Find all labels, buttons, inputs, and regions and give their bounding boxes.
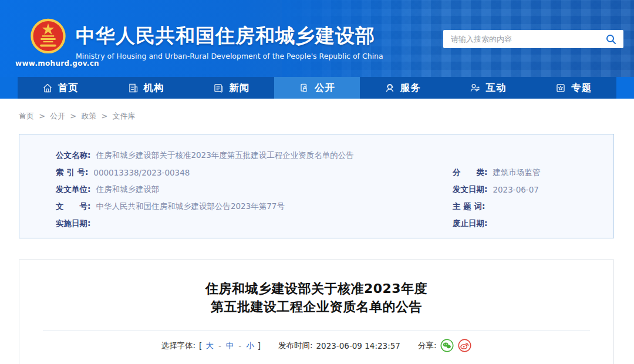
publish-time: 发布时间: 2023-06-09 14:23:57 xyxy=(278,341,400,351)
breadcrumb-policy[interactable]: 政策 xyxy=(81,112,96,120)
search-box xyxy=(443,30,623,48)
meta-label-index-number: 索 引 号: xyxy=(56,167,88,178)
meta-label-doc-name: 公文名称: xyxy=(56,150,90,161)
site-url: www.mohurd.gov.cn xyxy=(15,59,92,68)
article-title: 住房和城乡建设部关于核准2023年度 第五批建设工程企业资质名单的公告 xyxy=(19,279,613,316)
nav-item-home[interactable]: 首页 xyxy=(18,77,103,99)
interaction-icon xyxy=(470,83,480,93)
service-icon xyxy=(385,83,395,93)
meta-value-category: 建筑市场监管 xyxy=(493,167,540,178)
document-meta-box: 公文名称: 住房和城乡建设部关于核准2023年度第五批建设工程企业资质名单的公告… xyxy=(19,134,614,238)
nav-item-label: 互动 xyxy=(485,82,506,95)
weibo-icon xyxy=(458,339,471,352)
nav-item-disclosure[interactable]: 公开 xyxy=(274,77,360,99)
site-subtitle: Ministry of Housing and Urban-Rural Deve… xyxy=(76,52,383,60)
site-header: www.mohurd.gov.cn 中华人民共和国住房和城乡建设部 Minist… xyxy=(0,0,634,77)
share-label: 分享: xyxy=(418,341,437,351)
meta-label-repeal-date: 废止日期: xyxy=(453,218,487,229)
breadcrumb-separator: > xyxy=(39,112,45,120)
meta-label-issuing-unit: 发文单位: xyxy=(56,184,90,195)
title-divider xyxy=(43,331,590,331)
nav-item-organization[interactable]: 机构 xyxy=(103,77,189,99)
breadcrumb-home[interactable]: 首页 xyxy=(19,112,34,120)
article-meta-row: 选择字体: [ 大 - 中 - 小 ] 发布时间: 2023-06-09 14:… xyxy=(19,339,613,352)
nav-item-news[interactable]: 新闻 xyxy=(188,77,274,99)
home-icon xyxy=(42,83,53,93)
nav-item-label: 机构 xyxy=(144,82,164,95)
nav-item-interaction[interactable]: 互动 xyxy=(446,77,531,99)
breadcrumb-separator: > xyxy=(102,112,108,120)
meta-label-implement-date: 实施日期: xyxy=(56,218,90,229)
nav-item-label: 新闻 xyxy=(229,82,249,95)
breadcrumb-separator: > xyxy=(70,112,76,120)
disclosure-icon xyxy=(299,83,309,93)
search-input[interactable] xyxy=(443,35,599,43)
nav-item-service[interactable]: 服务 xyxy=(360,77,446,99)
publish-time-label: 发布时间: xyxy=(278,341,313,351)
font-size-large-button[interactable]: 大 xyxy=(205,341,214,351)
font-size-selector: 选择字体: [ 大 - 中 - 小 ] xyxy=(161,341,261,351)
article-box: 住房和城乡建设部关于核准2023年度 第五批建设工程企业资质名单的公告 选择字体… xyxy=(19,259,614,364)
meta-value-doc-number: 中华人民共和国住房和城乡建设部公告2023年第77号 xyxy=(96,201,285,212)
share-weibo-button[interactable] xyxy=(458,339,471,352)
breadcrumb-file-library[interactable]: 文件库 xyxy=(113,112,136,120)
article-title-line2: 第五批建设工程企业资质名单的公告 xyxy=(19,298,613,316)
nav-item-label: 专题 xyxy=(571,82,592,95)
font-selector-bracket-open: [ xyxy=(199,341,202,350)
meta-label-category: 分 类: xyxy=(453,167,487,178)
site-title-block: 中华人民共和国住房和城乡建设部 Ministry of Housing and … xyxy=(76,24,383,60)
font-selector-bracket-close: ] xyxy=(258,341,261,350)
meta-value-doc-name: 住房和城乡建设部关于核准2023年度第五批建设工程企业资质名单的公告 xyxy=(96,150,353,161)
meta-label-issue-date: 发文日期: xyxy=(453,184,487,195)
font-selector-label: 选择字体: xyxy=(161,341,196,351)
meta-value-issuing-unit: 住房和城乡建设部 xyxy=(96,184,159,195)
site-title: 中华人民共和国住房和城乡建设部 xyxy=(76,24,383,48)
meta-label-doc-number: 文 号: xyxy=(56,201,90,212)
share-controls: 分享: xyxy=(418,339,472,352)
font-size-medium-button[interactable]: 中 xyxy=(226,341,234,351)
meta-row: 发文单位: 住房和城乡建设部 发文日期: 2023-06-07 xyxy=(19,181,613,198)
organization-icon xyxy=(128,83,139,93)
nav-item-label: 首页 xyxy=(58,82,79,95)
publish-time-value: 2023-06-09 14:23:57 xyxy=(316,341,400,350)
meta-label-subject-words: 主 题 词: xyxy=(453,201,485,212)
main-nav-inner: 首页 机构 新闻 xyxy=(18,77,616,99)
meta-row-name: 公文名称: 住房和城乡建设部关于核准2023年度第五批建设工程企业资质名单的公告 xyxy=(19,147,613,164)
meta-row: 索 引 号: 000013338/2023-00348 分 类: 建筑市场监管 xyxy=(19,164,613,181)
meta-row: 文 号: 中华人民共和国住房和城乡建设部公告2023年第77号 主 题 词: xyxy=(19,198,613,215)
font-selector-dash: - xyxy=(218,341,221,350)
nav-item-label: 服务 xyxy=(400,82,421,95)
font-selector-dash: - xyxy=(238,341,241,350)
meta-row: 实施日期: 废止日期: xyxy=(19,215,613,232)
breadcrumb-disclosure[interactable]: 公开 xyxy=(50,112,65,120)
search-button[interactable] xyxy=(599,30,623,48)
font-size-small-button[interactable]: 小 xyxy=(246,341,254,351)
breadcrumb: 首页 > 公开 > 政策 > 文件库 xyxy=(19,111,136,122)
meta-value-issue-date: 2023-06-07 xyxy=(493,185,538,194)
news-icon xyxy=(213,83,224,93)
meta-value-index-number: 000013338/2023-00348 xyxy=(93,168,190,177)
topic-icon xyxy=(555,83,566,93)
wechat-icon xyxy=(440,339,454,352)
main-nav: 首页 机构 新闻 xyxy=(0,77,634,99)
nav-item-topic[interactable]: 专题 xyxy=(531,77,616,99)
search-icon xyxy=(606,34,616,45)
national-emblem-logo[interactable] xyxy=(31,18,66,55)
nav-item-label: 公开 xyxy=(315,82,335,95)
share-wechat-button[interactable] xyxy=(440,339,454,352)
article-title-line1: 住房和城乡建设部关于核准2023年度 xyxy=(19,279,613,298)
